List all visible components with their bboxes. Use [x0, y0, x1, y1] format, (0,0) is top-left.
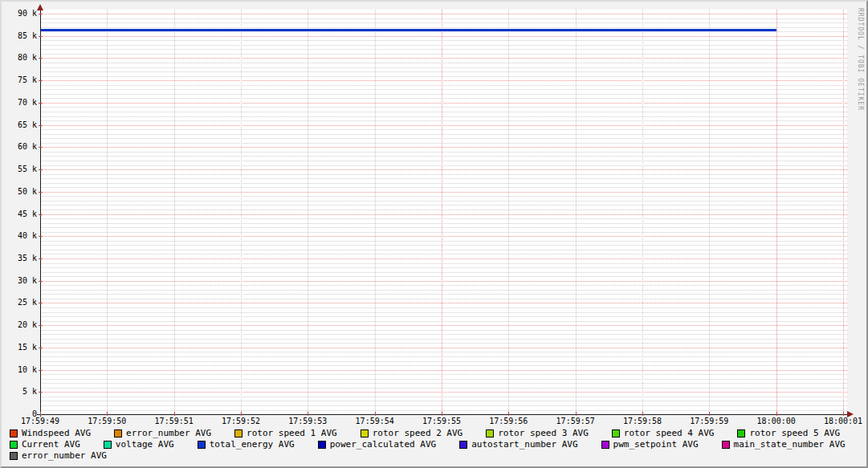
legend-swatch: [737, 429, 745, 437]
legend-swatch: [10, 452, 18, 460]
y-axis-tick: [39, 370, 43, 371]
legend-label: total_energy AVG: [210, 439, 295, 450]
y-axis-line: [40, 8, 41, 417]
legend-swatch: [361, 429, 369, 437]
legend-item: main_state_number AVG: [722, 439, 846, 450]
y-axis-tick: [39, 36, 43, 37]
legend-label: Windspeed AVG: [22, 428, 91, 439]
y-axis-label: 50 k: [2, 187, 37, 197]
y-axis-label: 55 k: [2, 165, 37, 174]
legend-swatch: [486, 429, 494, 437]
legend-swatch: [601, 441, 609, 449]
legend-row: Windspeed AVGerror_number AVGrotor speed…: [10, 428, 863, 439]
y-axis-tick: [39, 125, 43, 126]
legend-label: Current AVG: [22, 439, 80, 450]
x-axis-label: 17:59:58: [614, 417, 670, 426]
x-axis-tick: [642, 412, 643, 416]
x-axis-tick: [843, 412, 844, 416]
x-axis-tick: [776, 412, 777, 416]
legend-swatch: [114, 429, 122, 437]
y-axis-label: 15 k: [2, 343, 37, 352]
legend-item: error_number AVG: [10, 450, 107, 462]
x-axis-tick: [174, 412, 175, 416]
x-axis-label: 17:59:54: [347, 417, 403, 426]
y-axis-label: 80 k: [2, 53, 37, 63]
legend-swatch: [10, 429, 18, 437]
legend-item: rotor speed 5 AVG: [737, 428, 840, 439]
legend-label: pwm_setpoint AVG: [613, 439, 699, 450]
y-axis-tick: [39, 281, 43, 282]
legend-label: voltage AVG: [116, 439, 174, 450]
y-axis-tick: [39, 236, 43, 237]
y-axis-tick: [39, 303, 43, 303]
x-axis-label: 17:59:55: [414, 417, 470, 426]
legend-label: error_number AVG: [126, 428, 211, 439]
legend-item: power_calculated AVG: [318, 439, 436, 450]
y-axis-tick: [39, 214, 43, 215]
y-axis-tick: [39, 348, 43, 348]
x-axis-tick: [40, 412, 41, 416]
x-axis-label: 17:59:51: [146, 417, 202, 426]
rrd-graph: 05 k10 k15 k20 k25 k30 k35 k40 k45 k50 k…: [0, 0, 868, 468]
y-axis-tick: [39, 392, 43, 393]
legend-label: rotor speed 2 AVG: [373, 428, 463, 439]
x-axis-tick: [241, 412, 242, 416]
x-axis-tick: [709, 412, 710, 416]
legend-label: error_number AVG: [22, 450, 107, 462]
x-axis-tick: [107, 412, 108, 416]
legend-item: voltage AVG: [104, 439, 174, 450]
legend-swatch: [104, 441, 112, 449]
plot-area: [40, 10, 847, 414]
legend-item: Current AVG: [10, 439, 80, 450]
y-axis-label: 40 k: [2, 231, 37, 241]
x-axis-tick: [308, 412, 308, 416]
x-axis-label: 17:59:53: [279, 417, 336, 426]
legend-swatch: [722, 441, 730, 449]
legend-label: power_calculated AVG: [330, 439, 436, 450]
legend-label: rotor speed 5 AVG: [749, 428, 840, 439]
legend-item: rotor speed 4 AVG: [612, 428, 715, 439]
legend-label: rotor speed 1 AVG: [247, 428, 337, 439]
y-axis-tick: [39, 147, 43, 148]
y-axis-tick: [39, 258, 43, 259]
x-axis-label: 17:59:49: [12, 417, 68, 426]
x-axis-tick: [576, 412, 577, 416]
legend-label: autostart_number AVG: [471, 439, 577, 450]
legend-item: rotor speed 1 AVG: [234, 428, 337, 439]
y-axis-label: 65 k: [2, 120, 37, 130]
y-axis-tick: [39, 14, 43, 14]
y-axis-label: 20 k: [2, 320, 37, 330]
legend-row: error_number AVG: [10, 450, 863, 462]
y-axis-label: 10 k: [2, 365, 37, 375]
legend-item: rotor speed 3 AVG: [486, 428, 589, 439]
x-axis-label: 17:59:57: [548, 417, 604, 426]
y-axis-tick: [39, 58, 43, 59]
legend-item: total_energy AVG: [198, 439, 295, 450]
watermark: RRDTOOL / TOBI OETIKER: [857, 8, 864, 111]
legend-item: rotor speed 2 AVG: [361, 428, 463, 439]
y-axis-tick: [39, 325, 43, 326]
y-axis-label: 70 k: [2, 98, 37, 108]
legend-label: main_state_number AVG: [734, 439, 846, 450]
y-axis-label: 45 k: [2, 210, 37, 219]
legend-label: rotor speed 4 AVG: [624, 428, 715, 439]
legend-row: Current AVGvoltage AVGtotal_energy AVGpo…: [10, 439, 863, 450]
x-axis-label: 17:59:56: [480, 417, 536, 426]
x-axis-label: 18:00:01: [815, 417, 868, 426]
y-axis-tick: [39, 80, 43, 81]
x-axis-tick: [375, 412, 376, 416]
x-axis-label: 17:59:50: [79, 417, 135, 426]
y-axis-label: 5 k: [2, 387, 37, 397]
legend-item: autostart_number AVG: [459, 439, 577, 450]
y-axis-label: 90 k: [2, 9, 37, 18]
y-axis-label: 25 k: [2, 298, 37, 307]
y-axis-arrow-icon: [37, 4, 43, 10]
y-axis-tick: [39, 103, 43, 104]
legend-swatch: [198, 441, 206, 449]
y-axis-label: 85 k: [2, 31, 37, 41]
legend-swatch: [234, 429, 242, 437]
legend-item: pwm_setpoint AVG: [601, 439, 699, 450]
legend-swatch: [10, 441, 18, 449]
legend-label: rotor speed 3 AVG: [498, 428, 589, 439]
y-axis-label: 30 k: [2, 276, 37, 286]
